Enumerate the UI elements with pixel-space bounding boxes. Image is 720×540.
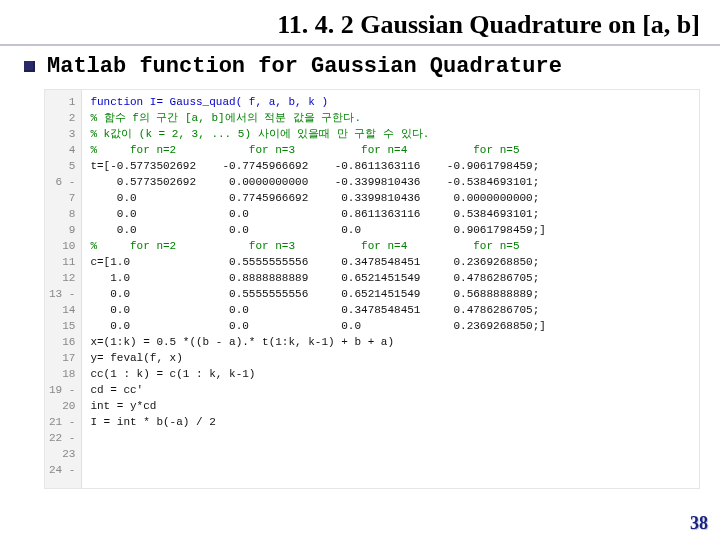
gutter-line: 23 <box>49 446 75 462</box>
gutter-line: 3 <box>49 126 75 142</box>
gutter-line: 10 <box>49 238 75 254</box>
gutter-line: 20 <box>49 398 75 414</box>
code-line: 0.0 0.5555555556 0.6521451549 0.56888888… <box>90 286 545 302</box>
gutter-line: 15 <box>49 318 75 334</box>
gutter-line: 13 - <box>49 286 75 302</box>
gutter-line: 17 <box>49 350 75 366</box>
gutter-line: 24 - <box>49 462 75 478</box>
code-block: 123456 -78910111213 -141516171819 -2021 … <box>44 89 700 489</box>
gutter-line: 18 <box>49 366 75 382</box>
gutter-line: 14 <box>49 302 75 318</box>
gutter-line: 21 - <box>49 414 75 430</box>
gutter-line: 5 <box>49 158 75 174</box>
gutter-line: 16 <box>49 334 75 350</box>
gutter-line: 2 <box>49 110 75 126</box>
code-line: cc(1 : k) = c(1 : k, k-1) <box>90 366 545 382</box>
gutter-line: 19 - <box>49 382 75 398</box>
gutter-line: 22 - <box>49 430 75 446</box>
gutter-line: 1 <box>49 94 75 110</box>
gutter-line: 9 <box>49 222 75 238</box>
slide-title: 11. 4. 2 Gaussian Quadrature on [a, b] <box>0 0 720 46</box>
code-content: function I= Gauss_quad( f, a, b, k )% 함수… <box>82 90 553 488</box>
code-gutter: 123456 -78910111213 -141516171819 -2021 … <box>45 90 82 488</box>
gutter-line: 4 <box>49 142 75 158</box>
gutter-line: 8 <box>49 206 75 222</box>
code-line: function I= Gauss_quad( f, a, b, k ) <box>90 94 545 110</box>
code-line: 0.5773502692 0.0000000000 -0.3399810436 … <box>90 174 545 190</box>
gutter-line: 7 <box>49 190 75 206</box>
code-line: 0.0 0.7745966692 0.3399810436 0.00000000… <box>90 190 545 206</box>
subtitle-text: Matlab function for Gaussian Quadrature <box>47 54 562 79</box>
code-line: c=[1.0 0.5555555556 0.3478548451 0.23692… <box>90 254 545 270</box>
page-number: 38 <box>690 513 708 534</box>
code-line: x=(1:k) = 0.5 *((b - a).* t(1:k, k-1) + … <box>90 334 545 350</box>
code-line: cd = cc' <box>90 382 545 398</box>
code-line: 0.0 0.0 0.3478548451 0.4786286705; <box>90 302 545 318</box>
gutter-line: 6 - <box>49 174 75 190</box>
code-line: % for n=2 for n=3 for n=4 for n=5 <box>90 238 545 254</box>
code-line: 0.0 0.0 0.0 0.2369268850;] <box>90 318 545 334</box>
code-line: 0.0 0.0 0.8611363116 0.5384693101; <box>90 206 545 222</box>
code-line: y= feval(f, x) <box>90 350 545 366</box>
gutter-line: 12 <box>49 270 75 286</box>
code-line: % for n=2 for n=3 for n=4 for n=5 <box>90 142 545 158</box>
code-line: 0.0 0.0 0.0 0.9061798459;] <box>90 222 545 238</box>
code-line: 1.0 0.8888888889 0.6521451549 0.47862867… <box>90 270 545 286</box>
code-line: t=[-0.5773502692 -0.7745966692 -0.861136… <box>90 158 545 174</box>
code-line: % k값이 (k = 2, 3, ... 5) 사이에 있을때 만 구할 수 있… <box>90 126 545 142</box>
subtitle-row: Matlab function for Gaussian Quadrature <box>0 46 720 85</box>
code-line: int = y*cd <box>90 398 545 414</box>
code-line: I = int * b(-a) / 2 <box>90 414 545 430</box>
code-line: % 함수 f의 구간 [a, b]에서의 적분 값을 구한다. <box>90 110 545 126</box>
gutter-line: 11 <box>49 254 75 270</box>
bullet-icon <box>24 61 35 72</box>
